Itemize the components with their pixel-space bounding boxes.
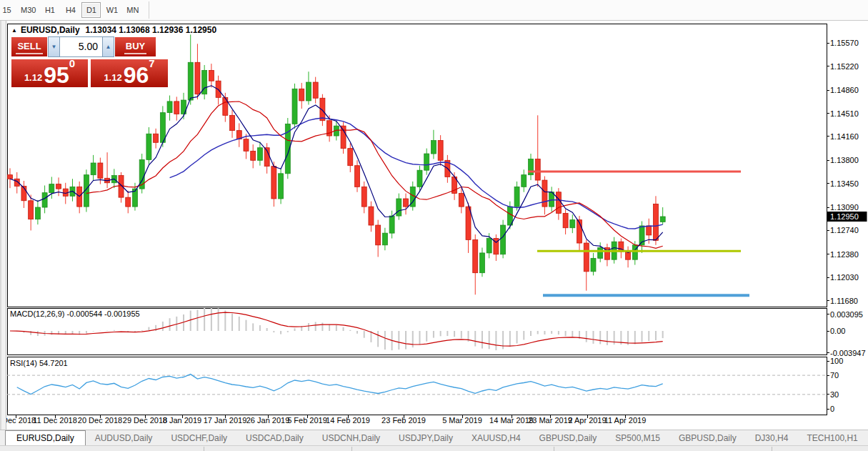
candle-body [479, 253, 484, 273]
rsi-panel-border [8, 357, 827, 415]
buy-price-panel[interactable]: 1.12967 [90, 59, 169, 88]
chart-title: ▲EURUSD,Daily1.13034 1.13068 1.12936 1.1… [11, 25, 216, 35]
date-axis-label: 11 Apr 2019 [604, 416, 647, 425]
window-bottom-strip [0, 445, 868, 451]
candle-body [49, 184, 54, 193]
rsi-panel[interactable]: 10070300 [7, 357, 843, 413]
candle-body [424, 154, 429, 170]
candle-body [507, 207, 512, 225]
candle-body [209, 70, 214, 81]
date-axis[interactable]: 1 Dec 201811 Dec 201820 Dec 201829 Dec 2… [0, 415, 646, 425]
timeframe-button-mn[interactable]: MN [123, 2, 142, 18]
candle-body [514, 187, 519, 207]
chart-tab-sp500-m15[interactable]: SP500,M15 [606, 430, 669, 445]
buy-button[interactable]: BUY [114, 36, 156, 57]
timeframe-button-h1[interactable]: H1 [40, 2, 59, 18]
candle-body [653, 204, 658, 240]
timeframe-toolbar: 15M30H1H4D1W1MN [0, 0, 868, 21]
ma-slow-blue [170, 118, 663, 229]
candle-body [146, 134, 151, 159]
timeframe-button-h4[interactable]: H4 [61, 2, 80, 18]
chart-tab-eurusd-daily[interactable]: EURUSD,Daily [5, 430, 86, 445]
chart-tab-gbpusd-daily[interactable]: GBPUSD,Daily [530, 430, 607, 445]
chart-tab-tech100-h1[interactable]: TECH100,H1 [797, 430, 867, 445]
macd-indicator-label: MACD(12,26,9) -0.000544 -0.001955 [10, 309, 140, 318]
price-axis-label: 1.12030 [830, 273, 859, 282]
candle-body [376, 225, 381, 245]
candle-body [244, 139, 249, 152]
candle-body [251, 151, 256, 160]
candle-body [556, 192, 561, 214]
spin-down-icon: ▼ [51, 44, 57, 50]
date-axis-label: 8 Jan 2019 [163, 416, 201, 425]
chart-tab-usdchf-daily[interactable]: USDCHF,Daily [161, 430, 236, 445]
sell-price-panel[interactable]: 1.12950 [11, 59, 89, 88]
candle-body [35, 207, 40, 219]
chart-tab-usdcad-daily[interactable]: USDCAD,Daily [236, 430, 313, 445]
candle-body [8, 175, 13, 179]
timeframe-button-d1[interactable]: D1 [81, 2, 101, 18]
volume-input[interactable]: 5.00 [60, 36, 102, 57]
candle-body [417, 170, 422, 187]
macd-axis-label: 0.00 [830, 327, 845, 335]
candle-body [160, 113, 165, 143]
date-axis-label: 29 Dec 2018 [123, 416, 167, 425]
chart-tab-gbpusd-daily[interactable]: GBPUSD,Daily [669, 430, 746, 445]
chart-expand-icon[interactable]: ▲ [11, 27, 17, 34]
candle-body [632, 245, 637, 259]
price-axis-label: 1.15570 [830, 39, 859, 47]
chart-symbol-label: EURUSD,Daily [21, 25, 80, 35]
date-axis-label: 14 Mar 2019 [489, 416, 534, 425]
buy-price-pipette: 7 [149, 58, 154, 69]
chart-tab-xauusd-h4[interactable]: XAUUSD,H4 [462, 430, 530, 445]
buy-price-prefix: 1.12 [104, 73, 121, 82]
price-axis[interactable]: 1.155701.152201.148601.145101.141601.138… [827, 39, 859, 304]
candle-body [438, 141, 443, 161]
volume-increase-button[interactable]: ▲ [102, 36, 114, 57]
rsi-indicator-label: RSI(14) 54.7201 [10, 359, 68, 367]
date-axis-label: 23 Mar 2019 [528, 416, 572, 425]
price-axis-label: 1.13090 [830, 203, 859, 212]
chart-tab-audusd-daily[interactable]: AUDUSD,Daily [86, 430, 162, 445]
candle-body [535, 159, 540, 180]
candle-body [570, 220, 575, 228]
candle-body [584, 243, 589, 272]
sell-button[interactable]: SELL [11, 36, 48, 57]
price-axis-label: 1.13800 [830, 156, 859, 164]
timeframe-button-w1[interactable]: W1 [102, 2, 121, 18]
candle-body [306, 82, 311, 101]
candle-body [382, 233, 387, 245]
candle-body [167, 101, 172, 113]
macd-values: -0.000544 -0.001955 [66, 309, 139, 318]
candle-body [396, 199, 401, 216]
chart-window[interactable]: 1.155701.152201.148601.145101.141601.138… [0, 21, 868, 430]
date-axis-label: 17 Jan 2019 [204, 416, 247, 425]
candle-body [598, 248, 603, 259]
price-axis-label: 1.11680 [830, 297, 858, 305]
candle-body [154, 134, 159, 142]
date-axis-label: 14 Feb 2019 [326, 416, 370, 425]
candle-body [292, 89, 297, 124]
price-axis-label: 1.14510 [830, 109, 859, 118]
candle-body [361, 187, 366, 207]
date-axis-label: 20 Dec 2018 [78, 416, 122, 425]
candle-body [660, 217, 665, 222]
timeframe-button-15[interactable]: 15 [0, 2, 16, 18]
candle-body [563, 213, 568, 227]
candle-body [473, 239, 478, 272]
date-axis-label: 5 Mar 2019 [442, 416, 482, 425]
candle-body [42, 193, 47, 207]
candle-body [459, 194, 464, 207]
timeframe-button-m30[interactable]: M30 [18, 2, 39, 18]
candle-body [257, 148, 262, 161]
candle-body [56, 184, 61, 189]
chart-tab-dj30-h4[interactable]: DJ30,H4 [746, 430, 798, 445]
chart-tab-usdjpy-daily[interactable]: USDJPY,Daily [389, 430, 462, 445]
candle-body [591, 258, 596, 272]
candle-body [230, 115, 235, 130]
macd-axis-label: 0.003095 [830, 310, 863, 319]
volume-decrease-button[interactable]: ▼ [48, 36, 60, 57]
candle-body [29, 201, 34, 219]
price-axis-label: 1.12380 [830, 250, 859, 259]
chart-tab-usdcnh-daily[interactable]: USDCNH,Daily [313, 430, 389, 445]
